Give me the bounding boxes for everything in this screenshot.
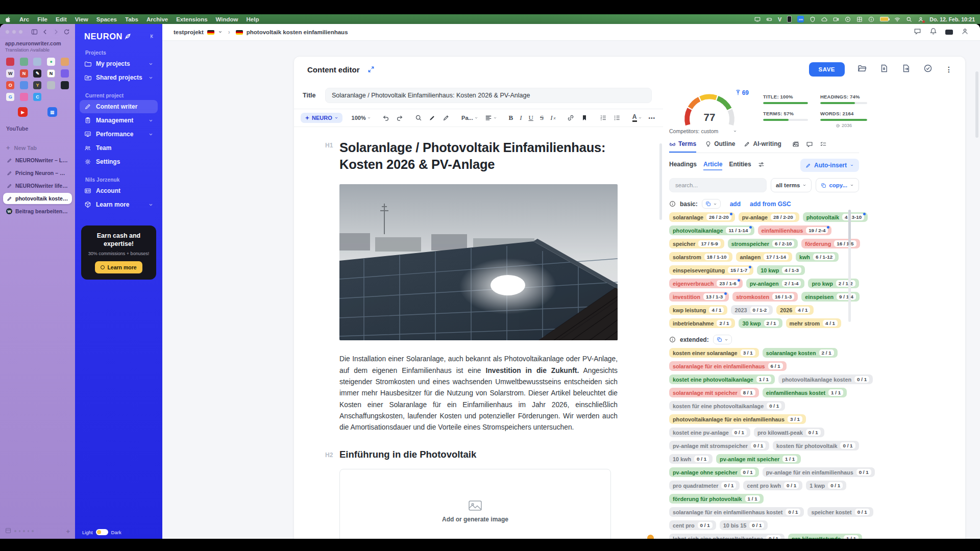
add-term-link[interactable]: add [730, 201, 741, 208]
term-chip[interactable]: kosten für photovoltaik0 / 1 [773, 441, 859, 450]
term-chip[interactable]: solaranlage für ein einfamilienhaus6 / 1 [669, 361, 787, 371]
bookmark-icon[interactable] [578, 112, 591, 124]
promo-learn-more-button[interactable]: Learn more [95, 261, 142, 273]
term-chip[interactable]: pro quadratmeter0 / 1 [669, 481, 740, 490]
sidebar-item-shared-projects[interactable]: Shared projects [80, 71, 158, 84]
screen-mirroring-icon[interactable] [754, 16, 761, 22]
link-icon[interactable] [565, 112, 577, 124]
comments-icon[interactable] [914, 28, 921, 37]
breadcrumb-project[interactable]: testprojekt [174, 29, 204, 35]
term-chip[interactable]: anlagen17 / 1-14 [736, 252, 792, 262]
zoom-icon[interactable]: zm [797, 16, 804, 22]
favicon-c-blue[interactable]: C [33, 93, 41, 101]
favicon-g[interactable]: G [6, 93, 14, 101]
tab-ai-writing[interactable]: AI-writing [744, 140, 781, 153]
editor-scrollbar[interactable] [659, 143, 662, 220]
term-chip[interactable]: stromspeicher6 / 2-10 [728, 239, 798, 248]
menubar-item-window[interactable]: Window [216, 16, 238, 22]
menubar-item-spaces[interactable]: Spaces [96, 16, 117, 22]
favicon-slate-blue[interactable] [33, 58, 41, 66]
term-chip[interactable]: cent pro0 / 1 [669, 520, 716, 530]
collaborator-avatar[interactable] [646, 534, 655, 539]
subtab-entities[interactable]: Entities [729, 161, 751, 170]
pencil-icon[interactable] [440, 112, 452, 124]
term-chip[interactable]: speicher17 / 5-9 [669, 239, 724, 248]
breadcrumb-page[interactable]: photovoltaik kosten einfamilienhaus [247, 29, 348, 35]
spotlight-icon[interactable] [906, 16, 912, 22]
term-chip[interactable]: kosten für eine photovoltaikanlage0 / 1 [669, 401, 785, 411]
library-icon[interactable] [5, 527, 11, 536]
refresh-icon[interactable] [63, 29, 70, 35]
checklist-icon[interactable] [820, 141, 827, 148]
term-chip[interactable]: kosten einer solaranlage3 / 1 [669, 348, 759, 358]
add-image-placeholder[interactable]: Add or generate image [339, 469, 611, 539]
auto-insert-button[interactable]: Auto-insert [800, 159, 859, 172]
extension-icon[interactable] [945, 30, 953, 35]
menubar-item-view[interactable]: View [75, 16, 88, 22]
sidebar-item-my-projects[interactable]: My projects [80, 57, 158, 70]
term-chip[interactable]: investition13 / 1-3 [669, 292, 729, 302]
import-document-icon[interactable] [879, 64, 889, 75]
translation-hint[interactable]: Translation Available [5, 47, 70, 53]
page-scrollbar[interactable] [975, 71, 978, 138]
apple-icon[interactable] [5, 16, 11, 22]
term-chip[interactable]: photovoltaikanlage für ein einfamilienha… [669, 414, 806, 424]
tab-pricing-neuron-neur-[interactable]: Pricing Neuron – NEUR... [3, 167, 72, 179]
competitors-select[interactable]: Competitors: custom [669, 128, 750, 134]
vimeo-icon[interactable]: V [778, 16, 781, 22]
term-chip[interactable]: photovoltaikanlage11 / 1-14 [669, 226, 754, 235]
strikethrough-button[interactable]: S [537, 112, 546, 124]
copy-terms-button[interactable]: copy... [816, 178, 859, 192]
favicon-red-n[interactable]: N [20, 69, 28, 78]
favicon-pink[interactable] [20, 93, 28, 101]
favicon-violet[interactable] [61, 69, 69, 78]
window-controls[interactable] [5, 30, 23, 34]
favicon-opera[interactable]: O [6, 81, 14, 89]
tab-neuronwriter-lifetime-[interactable]: NEURONwriter lifetime... [3, 180, 72, 191]
text-color-select[interactable]: A [630, 112, 645, 124]
favicon-crimson[interactable] [6, 58, 14, 66]
wifi-icon[interactable] [894, 16, 900, 22]
images-icon[interactable] [792, 141, 799, 148]
youtube-pinned-icon[interactable]: ▶ [18, 107, 28, 117]
document-area[interactable]: H1 Solaranlage / Photovoltaik Einfamilie… [294, 127, 663, 539]
favicon-black-pill[interactable] [61, 81, 69, 89]
redo-icon[interactable] [394, 112, 406, 124]
term-chip[interactable]: pv-anlage mit stromspeicher0 / 1 [669, 441, 769, 450]
term-chip[interactable]: kostet eine pv-anlage0 / 1 [669, 428, 750, 437]
favicon-orange[interactable] [61, 58, 69, 66]
tab-terms[interactable]: Terms [669, 140, 696, 153]
term-chip[interactable]: förderung16 / 1-5 [801, 239, 860, 248]
phone-icon[interactable] [787, 16, 792, 22]
tab-outline[interactable]: Outline [705, 140, 735, 153]
play-circle-icon[interactable] [845, 16, 851, 22]
collapse-sidebar-icon[interactable] [149, 32, 155, 41]
sidebar-item-team[interactable]: Team [80, 141, 158, 155]
zoom-select[interactable]: 100% [349, 112, 374, 124]
menubar-item-extensions[interactable]: Extensions [176, 16, 207, 22]
notifications-bell-icon[interactable] [929, 28, 937, 37]
tab-neuronwriter-leadin-[interactable]: NEURONwriter – Leadin... [3, 155, 72, 166]
title-input[interactable] [325, 88, 652, 103]
terms-filter-select[interactable]: all terms [771, 178, 812, 192]
menubar-item-arc[interactable]: Arc [19, 16, 29, 22]
menubar-item-tabs[interactable]: Tabs [125, 16, 138, 22]
term-chip[interactable]: mehr strom4 / 1 [786, 318, 841, 328]
favicon-gray[interactable] [47, 81, 55, 89]
term-chip[interactable]: solaranlage kosten2 / 1 [763, 348, 838, 358]
favicon-white-green-dot[interactable]: ● [47, 58, 55, 66]
open-document-icon[interactable] [857, 64, 867, 75]
info-icon[interactable] [868, 16, 874, 22]
term-chip[interactable]: kwp leistung4 / 1 [669, 305, 727, 315]
align-select[interactable] [482, 112, 500, 124]
sidebar-item-account[interactable]: Account [80, 184, 158, 197]
blue-app-pinned-icon[interactable]: ▦ [47, 107, 57, 117]
clear-format-button[interactable]: Ix [548, 112, 558, 124]
folder-label[interactable]: YouTube [6, 126, 69, 132]
underline-button[interactable]: U [526, 112, 536, 124]
bullet-list-icon[interactable] [611, 112, 623, 124]
term-chip[interactable]: 20230 / 1-2 [731, 305, 773, 315]
menubar-item-file[interactable]: File [37, 16, 47, 22]
tab-beitrag-bearbeiten-wa-[interactable]: WBeitrag bearbeiten „Wa... [3, 206, 72, 217]
search-icon[interactable] [412, 112, 425, 124]
